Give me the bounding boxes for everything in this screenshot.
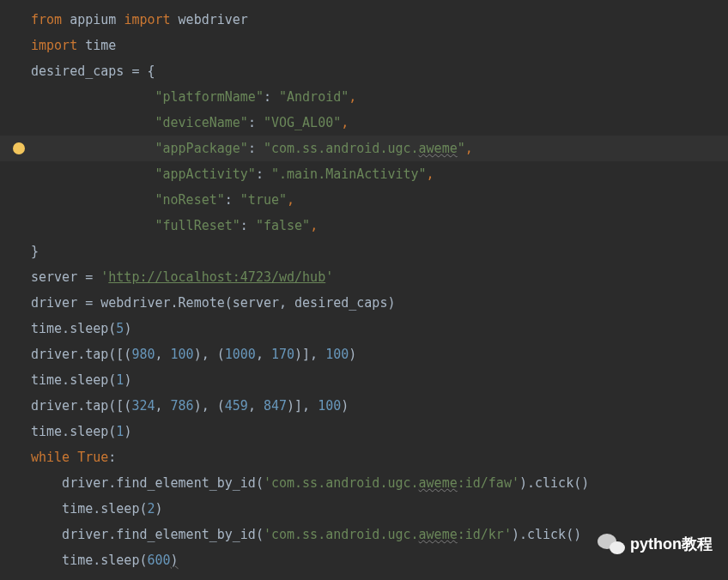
code-line[interactable]: driver = webdriver.Remote(server, desire…	[0, 290, 728, 316]
number-literal: 100	[325, 347, 349, 362]
code-line[interactable]: desired_caps = {	[0, 58, 728, 84]
code-line-active[interactable]: "appPackage": "com.ss.android.ugc.aweme"…	[0, 136, 728, 161]
number-literal: 5	[116, 321, 124, 336]
number-literal: 459	[225, 398, 248, 414]
url-link[interactable]: http://localhost:4723/wd/hub	[108, 269, 325, 285]
dict-key: "appPackage"	[155, 141, 248, 156]
number-literal: 600	[147, 553, 170, 568]
code-line[interactable]: driver.find_element_by_id('com.ss.androi…	[0, 470, 728, 496]
typo-warning: aweme	[419, 527, 458, 542]
number-literal: 100	[318, 398, 341, 414]
code-line[interactable]: while True:	[0, 444, 728, 470]
variable: server	[31, 269, 77, 285]
import-name: webdriver	[179, 12, 248, 27]
code-line[interactable]: time.sleep(1)	[0, 419, 728, 444]
dict-key: "deviceName"	[155, 115, 248, 130]
keyword-true: True	[77, 450, 108, 465]
dict-key: "fullReset"	[155, 218, 240, 233]
number-literal: 100	[171, 347, 194, 362]
lightbulb-icon[interactable]	[13, 142, 25, 154]
watermark: python教程	[598, 532, 713, 556]
keyword-while: while	[31, 450, 70, 465]
dict-value: "true"	[240, 192, 287, 208]
typo-warning: aweme	[419, 475, 458, 491]
code-line[interactable]: driver.tap([(324, 786), (459, 847)], 100…	[0, 393, 728, 419]
number-literal: 2	[147, 501, 155, 517]
number-literal: 786	[171, 398, 194, 414]
code-line[interactable]: import time	[0, 33, 728, 58]
code-text: driver = webdriver.Remote(server, desire…	[31, 295, 395, 311]
code-line[interactable]: "deviceName": "VOG_AL00",	[0, 110, 728, 136]
keyword-from: from	[31, 12, 62, 27]
number-literal: 847	[264, 398, 287, 414]
dict-key: "appActivity"	[155, 166, 256, 182]
code-line[interactable]: "fullReset": "false",	[0, 213, 728, 239]
code-line[interactable]: time.sleep(2)	[0, 496, 728, 522]
dict-value: "Android"	[279, 89, 349, 105]
code-line[interactable]: from appium import webdriver	[0, 7, 728, 33]
keyword-import: import	[124, 12, 170, 27]
typo-warning: aweme	[419, 141, 458, 156]
import-name: time	[85, 38, 116, 53]
gutter[interactable]	[7, 142, 31, 154]
code-line[interactable]: "platformName": "Android",	[0, 84, 728, 110]
keyword-import: import	[31, 38, 77, 53]
code-line[interactable]: server = 'http://localhost:4723/wd/hub'	[0, 264, 728, 290]
code-line[interactable]: time.sleep(5)	[0, 316, 728, 341]
number-literal: 170	[271, 347, 294, 362]
wechat-icon	[598, 532, 625, 556]
dict-value: ".main.MainActivity"	[271, 166, 427, 182]
watermark-text: python教程	[630, 534, 713, 554]
code-editor[interactable]: from appium import webdriver import time…	[0, 0, 728, 580]
code-line[interactable]: }	[0, 239, 728, 264]
code-line[interactable]: "noReset": "true",	[0, 187, 728, 213]
number-literal: 1000	[225, 347, 256, 362]
dict-key: "platformName"	[155, 89, 264, 105]
code-line[interactable]: "appActivity": ".main.MainActivity",	[0, 161, 728, 187]
variable: desired_caps	[31, 63, 124, 79]
code-line[interactable]: time.sleep(1)	[0, 367, 728, 393]
code-line[interactable]: driver.tap([(980, 100), (1000, 170)], 10…	[0, 341, 728, 367]
module-name: appium	[70, 12, 116, 27]
number-literal: 1	[116, 372, 124, 388]
dict-value: "false"	[256, 218, 310, 233]
number-literal: 1	[116, 424, 124, 439]
dict-key: "noReset"	[155, 192, 225, 208]
number-literal: 324	[131, 398, 155, 414]
number-literal: 980	[131, 347, 155, 362]
dict-value: "VOG_AL00"	[264, 115, 341, 130]
dict-value: "com.ss.android.ugc.	[264, 141, 419, 156]
